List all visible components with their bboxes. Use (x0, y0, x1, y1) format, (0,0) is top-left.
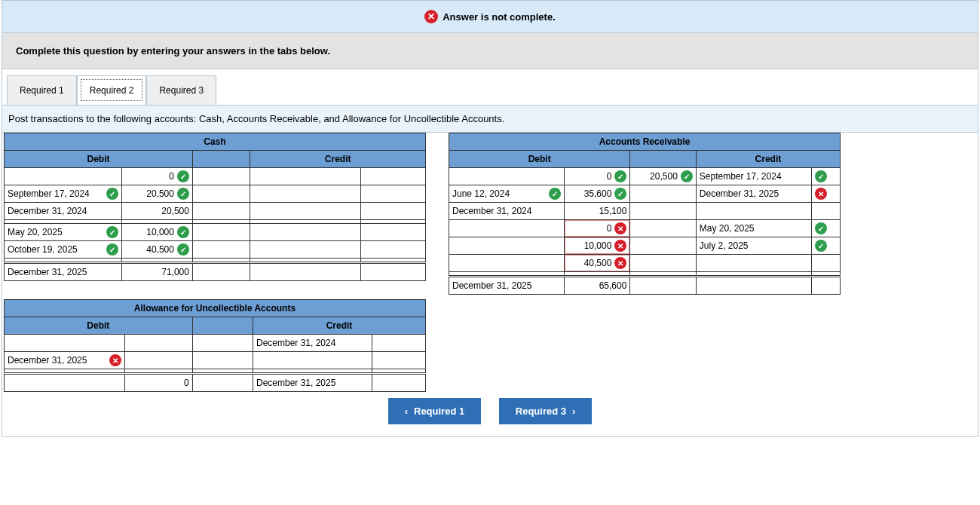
check-icon: ✓ (815, 222, 827, 234)
check-icon: ✓ (106, 243, 118, 256)
table-row: September 17, 2024✓ 20,500✓ (5, 185, 426, 203)
tab-required-2[interactable]: Required 2 (77, 75, 147, 105)
check-icon: ✓ (549, 188, 561, 200)
table-row: 0 December 31, 2025 (5, 374, 426, 392)
table-row: December 31, 2024 (5, 335, 426, 352)
x-icon: ✕ (614, 222, 626, 234)
table-row: October 19, 2025✓ 40,500✓ (5, 241, 426, 259)
check-icon: ✓ (614, 170, 626, 182)
check-icon: ✓ (177, 170, 189, 182)
table-row: December 31, 2024 15,100 (449, 203, 841, 220)
status-banner: ✕ Answer is not complete. (2, 1, 978, 33)
allowance-title: Allowance for Uncollectible Accounts (5, 300, 426, 317)
table-row: 40,500✕ (449, 255, 841, 272)
sub-instruction: Post transactions to the following accou… (2, 106, 978, 133)
cash-debit-header: Debit (5, 151, 193, 168)
error-icon: ✕ (424, 10, 438, 23)
cash-credit-header: Credit (250, 151, 426, 168)
instruction-bar: Complete this question by entering your … (2, 33, 978, 69)
next-button[interactable]: Required 3 › (499, 398, 593, 424)
banner-text: Answer is not complete. (443, 11, 556, 23)
check-icon: ✓ (815, 240, 827, 252)
x-icon: ✕ (614, 240, 626, 252)
allow-credit-header: Credit (253, 317, 425, 335)
tab-required-1[interactable]: Required 1 (7, 75, 77, 105)
allowance-taccount: Allowance for Uncollectible Accounts Deb… (4, 299, 426, 392)
table-row: June 12, 2024✓ 35,600✓ December 31, 2025… (449, 185, 841, 203)
table-row: 0✓ (5, 168, 426, 185)
check-icon: ✓ (106, 226, 118, 238)
ar-taccount: Accounts Receivable Debit Credit 0✓ 20,5… (449, 133, 841, 295)
check-icon: ✓ (815, 170, 827, 182)
table-row: December 31, 2025 71,000 (5, 263, 426, 281)
check-icon: ✓ (106, 188, 118, 200)
cash-title: Cash (5, 133, 426, 151)
table-row: December 31, 2025✕ (5, 352, 426, 369)
chevron-right-icon: › (572, 406, 575, 417)
table-row: 10,000✕ July 2, 2025 ✓ (449, 237, 841, 255)
table-row: May 20, 2025✓ 10,000✓ (5, 224, 426, 241)
x-icon: ✕ (815, 188, 827, 200)
check-icon: ✓ (681, 170, 693, 182)
x-icon: ✕ (109, 354, 121, 366)
tab-strip: Required 1 Required 2 Required 3 (2, 75, 978, 106)
x-icon: ✕ (614, 257, 626, 269)
table-row: December 31, 2024 20,500 (5, 203, 426, 220)
ar-credit-header: Credit (696, 151, 840, 168)
check-icon: ✓ (177, 188, 189, 200)
table-row: December 31, 2025 65,600 (449, 277, 841, 295)
ar-title: Accounts Receivable (449, 133, 841, 151)
ar-debit-header: Debit (449, 151, 630, 168)
prev-button[interactable]: ‹ Required 1 (388, 398, 482, 424)
table-row: 0✓ 20,500✓ September 17, 2024 ✓ (449, 168, 841, 185)
check-icon: ✓ (614, 188, 626, 200)
tab-required-3[interactable]: Required 3 (146, 75, 216, 105)
check-icon: ✓ (177, 243, 189, 256)
check-icon: ✓ (177, 226, 189, 238)
cash-taccount: Cash Debit Credit 0✓ September 17, 2024✓… (4, 133, 426, 281)
chevron-left-icon: ‹ (405, 406, 408, 417)
allow-debit-header: Debit (5, 317, 193, 335)
table-row: 0✕ May 20, 2025 ✓ (449, 220, 841, 237)
